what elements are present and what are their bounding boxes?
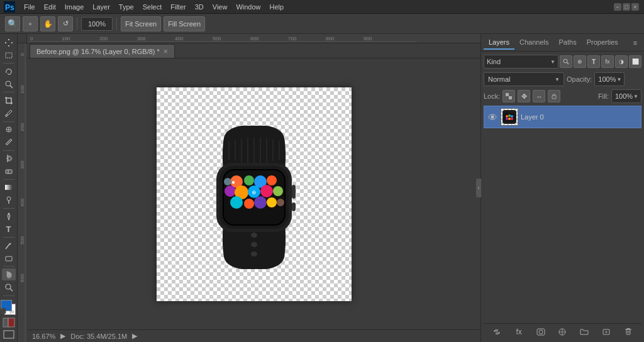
menu-file[interactable]: File xyxy=(20,2,39,12)
canvas-tab[interactable]: Before.png @ 16.7% (Layer 0, RGB/8) * × xyxy=(30,44,175,58)
zoom-tool[interactable] xyxy=(2,281,16,293)
layer-visibility-toggle[interactable] xyxy=(487,111,498,123)
swap-colors-icon[interactable]: ⇄ xyxy=(9,309,14,315)
fill-screen-button[interactable]: Fill Screen xyxy=(164,16,205,31)
menu-type[interactable]: Type xyxy=(115,2,138,12)
quick-selection-tool[interactable] xyxy=(2,78,16,90)
add-mask-button[interactable] xyxy=(534,326,548,338)
fill-label: Fill: xyxy=(598,92,609,100)
kind-row: Kind ▼ ⊕ T fx ◑ ⬜ xyxy=(484,54,641,69)
canvas-document: ● ⊕ xyxy=(157,87,352,301)
svg-text:400: 400 xyxy=(19,198,25,207)
fit-screen-button[interactable]: Fit Screen xyxy=(121,16,161,31)
svg-point-52 xyxy=(267,175,277,185)
menu-view[interactable]: View xyxy=(209,2,231,12)
rotate-view-button[interactable]: ↺ xyxy=(58,16,73,31)
dodge-tool[interactable] xyxy=(2,194,16,206)
menu-filter[interactable]: Filter xyxy=(167,2,189,12)
status-arrow2-icon[interactable]: ▶ xyxy=(132,332,137,340)
blend-mode-select[interactable]: Normal ▼ xyxy=(484,72,564,86)
text-tool[interactable]: T xyxy=(2,223,16,235)
layer-content: ● ⊕ xyxy=(179,109,330,279)
layers-list: Layer 0 xyxy=(484,106,641,323)
gradient-tool[interactable] xyxy=(2,182,16,194)
healing-brush-tool[interactable] xyxy=(2,123,16,135)
eyedropper-tool[interactable] xyxy=(2,107,16,119)
eraser-tool[interactable] xyxy=(2,165,16,177)
pen-tool[interactable] xyxy=(2,211,16,223)
tab-properties[interactable]: Properties xyxy=(582,36,623,50)
svg-point-57 xyxy=(273,186,283,196)
lock-position-btn[interactable]: ✥ xyxy=(518,90,530,102)
tab-title: Before.png @ 16.7% (Layer 0, RGB/8) * xyxy=(36,48,160,55)
svg-rect-80 xyxy=(509,96,512,99)
marquee-tool[interactable] xyxy=(2,49,16,61)
shape-tool[interactable] xyxy=(2,252,16,264)
svg-point-12 xyxy=(7,197,11,201)
new-layer-button[interactable] xyxy=(599,326,613,338)
panel-collapse-button[interactable]: ‹ xyxy=(476,179,481,197)
zoom-out-button[interactable]: 🔍 xyxy=(5,16,20,31)
kind-select[interactable]: Kind ▼ xyxy=(484,55,558,69)
close-button[interactable]: × xyxy=(631,3,639,11)
svg-point-5 xyxy=(5,115,7,117)
crop-tool[interactable] xyxy=(2,94,16,106)
tab-paths[interactable]: Paths xyxy=(554,36,582,50)
new-adjustment-layer-button[interactable] xyxy=(555,326,569,338)
tab-bar: Before.png @ 16.7% (Layer 0, RGB/8) * × xyxy=(27,43,480,58)
kind-filter-icon[interactable]: ⊕ xyxy=(574,55,586,68)
svg-text:600: 600 xyxy=(250,36,259,41)
tab-layers[interactable]: Layers xyxy=(484,36,514,50)
link-layers-button[interactable] xyxy=(490,326,504,338)
opacity-row: Opacity: 100% ▼ xyxy=(567,72,625,86)
tab-channels[interactable]: Channels xyxy=(514,36,553,50)
menu-edit[interactable]: Edit xyxy=(40,2,60,12)
svg-rect-81 xyxy=(552,96,556,99)
status-arrow-icon[interactable]: ▶ xyxy=(60,332,65,340)
kind-smartobj-icon[interactable]: ⬜ xyxy=(629,55,641,68)
svg-point-88 xyxy=(511,115,513,118)
menu-image[interactable]: Image xyxy=(61,2,88,12)
menu-select[interactable]: Select xyxy=(139,2,166,12)
zoom-input[interactable] xyxy=(81,17,113,31)
minimize-button[interactable]: − xyxy=(614,3,621,11)
layers-panel: Kind ▼ ⊕ T fx ◑ ⬜ Normal xyxy=(481,52,644,342)
menu-help[interactable]: Help xyxy=(266,2,288,12)
toolbar: 🔍 ＋ ✋ ↺ Fit Screen Fill Screen xyxy=(0,14,644,34)
layer-name: Layer 0 xyxy=(521,113,638,121)
lasso-tool[interactable] xyxy=(2,65,16,77)
path-selection-tool[interactable] xyxy=(2,240,16,251)
opacity-value-field[interactable]: 100% ▼ xyxy=(594,72,625,86)
default-colors-icon[interactable]: ⬛ xyxy=(0,308,6,314)
layer-item[interactable]: Layer 0 xyxy=(484,106,641,128)
brush-tool[interactable] xyxy=(2,136,16,148)
move-tool[interactable] xyxy=(2,36,16,48)
kind-text-icon[interactable]: T xyxy=(587,55,600,68)
screen-mode-button[interactable] xyxy=(3,329,15,339)
lock-checkerboard-btn[interactable] xyxy=(502,90,515,102)
add-layer-style-button[interactable]: fx xyxy=(512,326,526,338)
new-group-button[interactable] xyxy=(577,326,591,338)
lock-all-btn[interactable] xyxy=(548,90,560,102)
menu-3d[interactable]: 3D xyxy=(191,2,208,12)
canvas-container[interactable]: ● ⊕ xyxy=(27,58,480,329)
zoom-in-button[interactable]: ＋ xyxy=(23,16,38,31)
panel-menu-button[interactable]: ≡ xyxy=(629,36,641,49)
restore-button[interactable]: □ xyxy=(623,3,630,11)
opacity-value: 100% xyxy=(597,75,616,83)
svg-point-63 xyxy=(277,199,284,206)
delete-layer-button[interactable] xyxy=(621,326,635,338)
fill-value-field[interactable]: 100% ▼ xyxy=(611,89,641,103)
hand-tool-button[interactable]: ✋ xyxy=(40,16,55,31)
tab-close-button[interactable]: × xyxy=(164,47,168,56)
quick-mask-button[interactable] xyxy=(3,317,15,328)
menu-layer[interactable]: Layer xyxy=(89,2,114,12)
hand-tool[interactable] xyxy=(2,268,16,280)
lock-artboard-btn[interactable]: ↔ xyxy=(533,90,545,102)
color-swatches: ⇄ ⬛ xyxy=(1,300,17,314)
menu-window[interactable]: Window xyxy=(232,2,264,12)
kind-fx-icon[interactable]: fx xyxy=(601,55,614,68)
kind-mask-icon[interactable]: ◑ xyxy=(615,55,628,68)
search-icon-btn[interactable] xyxy=(560,55,572,68)
clone-stamp-tool[interactable] xyxy=(2,153,16,165)
